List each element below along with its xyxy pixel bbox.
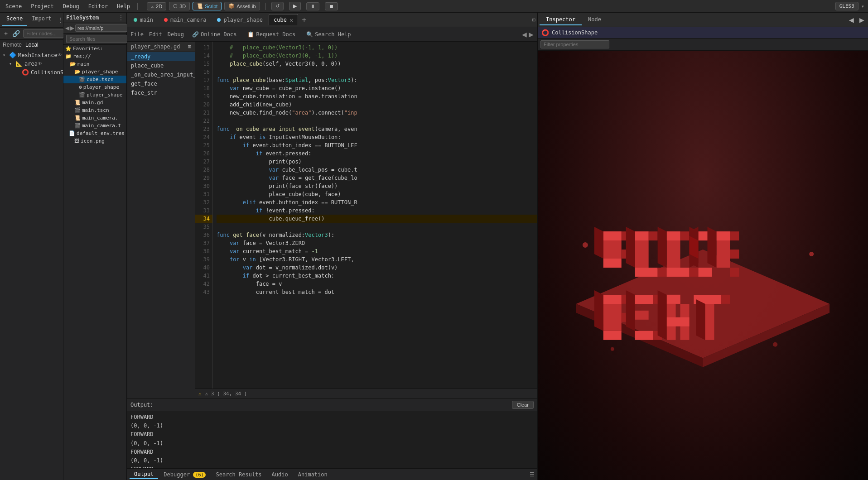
tree-node-collisionsh[interactable]: ⭕ CollisionSh 👁 (0, 68, 63, 77)
menu-project[interactable]: Project (29, 2, 56, 10)
tab-main[interactable]: main (129, 14, 158, 25)
code-line-32: elif event.button_index == BUTTON_R (217, 198, 537, 206)
remote-btn[interactable]: Remote (3, 42, 22, 48)
code-content[interactable]: # place_cube(Vector3(-1, 1, 0)) # place_… (213, 42, 537, 389)
scene-tree: ▾ 🔷 MeshInstance 👁 ▾ 📐 area 👁 ⭕ Collisio… (0, 50, 63, 480)
assetlib-icon: 📦 (228, 3, 235, 9)
ln-32: 32 (195, 198, 212, 206)
code-area[interactable]: 13 14 15 16 17 18 19 20 21 22 23 (195, 42, 537, 389)
tab-cube[interactable]: cube ✕ (269, 14, 298, 25)
menu-editor[interactable]: Editor (87, 2, 110, 10)
fs-favorites[interactable]: ⭐ Favorites: (63, 45, 126, 53)
output-header: Output: Clear (127, 399, 537, 411)
fs-main-camera-gd[interactable]: 📜 main_camera. (63, 114, 126, 122)
center-top: FileSystem ⋮ ◀ ▶ 📁 🔍 ⭐ Favorites: (63, 13, 537, 480)
fs-player-shape-tscn[interactable]: 🎬 player_shape (63, 91, 126, 99)
fs-player-shape-folder[interactable]: 📂 player_shape (63, 68, 126, 76)
fs-main[interactable]: 📂 main (63, 60, 126, 68)
tab-main-camera[interactable]: main_camera (159, 14, 211, 25)
local-btn[interactable]: Local (25, 42, 39, 48)
link-node-btn[interactable]: 🔗 (11, 29, 21, 38)
nav-back-btn[interactable]: ◀ (522, 31, 527, 38)
tab-debugger[interactable]: Debugger (6) (159, 470, 210, 479)
request-docs-btn[interactable]: 📋 Request Docs (245, 29, 298, 39)
outline-item-place-cube[interactable]: place_cube (127, 61, 195, 70)
fs-main-gd[interactable]: 📜 main.gd (63, 99, 126, 106)
separator-2 (265, 3, 266, 10)
outline-item-on-cube[interactable]: _on_cube_area_input_event (127, 70, 195, 79)
code-line-29: var face = get_face(cube_lo (217, 174, 537, 182)
fs-search-input[interactable] (66, 35, 135, 43)
inspector-history-back[interactable]: ◀ (847, 15, 856, 24)
fs-default-env[interactable]: 📄 default_env.tres (63, 130, 126, 137)
mode-script-btn[interactable]: 📜 Script (193, 2, 222, 10)
clear-output-btn[interactable]: Clear (512, 401, 534, 409)
outline-menu-btn[interactable]: ⊞ (188, 43, 191, 50)
fs-header: FileSystem ⋮ (63, 13, 126, 23)
file-menu-btn[interactable]: File (130, 31, 144, 38)
mode-assetlib-btn[interactable]: 📦 AssetLib (224, 2, 260, 10)
fs-back-btn[interactable]: ◀ (65, 25, 69, 31)
scene-panel: Scene Import ⋮ + 🔗 🔍 Remote Local ▾ 🔷 Me… (0, 13, 63, 480)
tab-search-results[interactable]: Search Results (211, 470, 266, 479)
ln-26: 26 (195, 149, 212, 158)
fs-player-shape-gd[interactable]: ⚙ player_shape (63, 83, 126, 91)
fs-icon-png[interactable]: 🖼 icon.png (63, 137, 126, 145)
add-tab-btn[interactable]: + (299, 15, 309, 24)
edit-menu-btn[interactable]: Edit (149, 31, 162, 38)
tree-node-area[interactable]: ▾ 📐 area 👁 (0, 59, 63, 68)
expand-editor-btn[interactable]: ⊡ (532, 17, 535, 23)
pause-icon: ⏸ (310, 4, 315, 9)
svg-marker-20 (658, 227, 667, 268)
line-numbers: 13 14 15 16 17 18 19 20 21 22 23 (195, 42, 213, 389)
tab-close-cube[interactable]: ✕ (289, 16, 293, 24)
outline-item-get-face[interactable]: get_face (127, 79, 195, 88)
tab-player-shape[interactable]: player_shape (212, 14, 268, 25)
fs-cube-tscn[interactable]: 🎬 cube.tscn (63, 76, 126, 83)
tab-import[interactable]: Import (27, 14, 56, 26)
mode-3d-btn[interactable]: ⬡ 3D (169, 2, 190, 10)
play-main-btn[interactable]: ▶ (289, 2, 301, 10)
visibility-icon[interactable]: 👁 (58, 53, 62, 58)
fs-menu-btn[interactable]: ⋮ (118, 14, 124, 21)
ln-23: 23 (195, 125, 212, 133)
add-node-btn[interactable]: + (3, 29, 9, 38)
fs-main-tscn[interactable]: 🎬 main.tscn (63, 106, 126, 114)
separator-1 (137, 3, 138, 10)
search-help-btn[interactable]: 🔍 Search Help (304, 29, 353, 39)
tab-audio[interactable]: Audio (267, 470, 293, 479)
nav-forward-btn[interactable]: ▶ (529, 31, 534, 38)
fs-res[interactable]: 📁 res:// (63, 53, 126, 60)
play-btn[interactable]: ↺ (271, 2, 284, 10)
mode-2d-btn[interactable]: ⟁ 2D (147, 2, 166, 10)
menu-scene[interactable]: Scene (4, 2, 24, 10)
tab-inspector[interactable]: Inspector (540, 14, 582, 25)
pause-btn[interactable]: ⏸ (306, 2, 319, 10)
tab-output[interactable]: Output (130, 470, 158, 479)
fs-main-camera-tscn[interactable]: 🎬 main_camera.t (63, 122, 126, 130)
renderer-label: GLES3 (835, 2, 858, 10)
tab-scene[interactable]: Scene (2, 14, 27, 26)
inspector-history-forward[interactable]: ▶ (858, 15, 866, 24)
tree-node-meshinstance[interactable]: ▾ 🔷 MeshInstance 👁 (0, 51, 63, 59)
menu-help[interactable]: Help (115, 2, 132, 10)
stop-btn[interactable]: ⏹ (325, 2, 338, 10)
menu-debug[interactable]: Debug (61, 2, 81, 10)
filter-properties-input[interactable] (540, 40, 609, 48)
outline-item-face-str[interactable]: face_str (127, 88, 195, 97)
svg-marker-32 (707, 227, 716, 268)
debug-menu-btn[interactable]: Debug (168, 31, 184, 38)
svg-marker-34 (603, 295, 622, 304)
code-line-13: # place_cube(Vector3(-1, 1, 0)) (217, 43, 537, 52)
ln-15: 15 (195, 60, 212, 68)
online-docs-btn[interactable]: 🔗 Online Docs (189, 29, 239, 39)
visibility-icon[interactable]: 👁 (38, 61, 42, 66)
tabs-settings-icon[interactable]: ☰ (530, 471, 535, 478)
renderer-dropdown-icon[interactable]: ▾ (861, 3, 864, 10)
tab-node[interactable]: Node (582, 14, 608, 25)
tab-animation[interactable]: Animation (294, 470, 332, 479)
svg-marker-31 (730, 268, 739, 277)
expand-arrow: ▾ (9, 61, 15, 66)
outline-item-ready[interactable]: _ready (127, 52, 195, 61)
fs-forward-btn[interactable]: ▶ (70, 25, 74, 31)
